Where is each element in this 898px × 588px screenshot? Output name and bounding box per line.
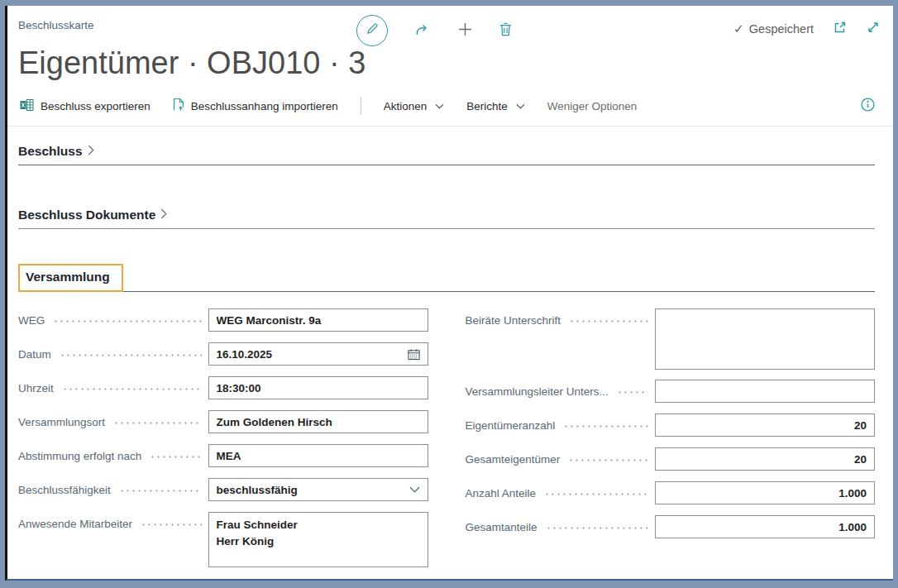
field-anzahl-anteile: Anzahl Anteile 1.000: [466, 481, 876, 504]
page-caption: Beschlusskarte: [18, 19, 94, 31]
anzahl-anteile-input[interactable]: 1.000: [655, 481, 875, 504]
abstimmung-input[interactable]: MEA: [208, 444, 428, 467]
new-button[interactable]: [458, 22, 472, 40]
gesamteigentuemer-label: Gesamteigentümer: [466, 452, 561, 466]
expand-icon: [867, 21, 880, 37]
dotted-leader: [60, 347, 202, 361]
pencil-icon: [365, 22, 379, 39]
dotted-leader: [569, 313, 648, 327]
gesamtanteile-input[interactable]: 1.000: [655, 515, 875, 538]
export-beschluss-label: Beschluss exportieren: [41, 100, 150, 112]
field-abstimmung: Abstimmung erfolgt nach MEA: [18, 444, 428, 467]
dotted-leader: [141, 517, 201, 531]
export-beschluss-button[interactable]: Beschluss exportieren: [20, 98, 150, 114]
page-content: Beschluss Beschluss Dokumente Versammlun…: [7, 144, 893, 578]
field-versammlungsleiter-unterschrift: Versammlungsleiter Unters...: [466, 380, 876, 403]
system-actions: [356, 15, 512, 46]
field-beiraete-unterschrift: Beiräte Unterschrift: [466, 308, 876, 370]
chevron-down-icon: [435, 103, 444, 109]
versammlung-form: WEG WEG Marconistr. 9a Datum 16.10.2025: [18, 308, 875, 578]
expand-button[interactable]: [867, 21, 880, 37]
excel-export-icon: [20, 98, 34, 114]
field-beschlussfaehigkeit: Beschlussfähigkeit beschlussfähig: [18, 478, 428, 501]
beschlusskarte-window: Beschlusskarte: [5, 6, 893, 581]
eigentuemeranzahl-label: Eigentümeranzahl: [466, 418, 556, 433]
trash-icon: [499, 22, 512, 40]
versammlungsleiter-input[interactable]: [655, 380, 875, 403]
dotted-leader: [150, 449, 201, 463]
datum-label: Datum: [18, 347, 51, 361]
beiraete-unterschrift-textarea[interactable]: [655, 308, 875, 370]
dotted-leader: [617, 385, 648, 399]
share-button[interactable]: [415, 22, 431, 40]
uhrzeit-label: Uhrzeit: [18, 381, 54, 395]
checkmark-icon: ✓: [733, 22, 744, 36]
action-separator: [361, 97, 361, 115]
dotted-leader: [563, 418, 648, 433]
anzahl-anteile-label: Anzahl Anteile: [466, 486, 537, 500]
dotted-leader: [119, 483, 202, 497]
popout-icon: [834, 21, 847, 37]
field-gesamtanteile: Gesamtanteile 1.000: [466, 515, 876, 538]
field-anwesende-mitarbeiter: Anwesende Mitarbeiter Frau Schneider Her…: [18, 512, 428, 567]
saved-label: Gespeichert: [749, 22, 814, 36]
berichte-menu[interactable]: Berichte: [466, 100, 525, 112]
form-right-column: Beiräte Unterschrift Versammlungsleiter …: [466, 308, 876, 578]
section-beschluss-label: Beschluss: [18, 144, 83, 159]
field-gesamteigentuemer: Gesamteigentümer 20: [466, 447, 876, 471]
form-left-column: WEG WEG Marconistr. 9a Datum 16.10.2025: [18, 308, 428, 578]
dotted-leader: [113, 415, 201, 429]
window-controls: ✓ Gespeichert: [733, 21, 880, 37]
import-anhang-button[interactable]: Beschlussanhang importieren: [173, 98, 338, 114]
aktionen-menu[interactable]: Aktionen: [384, 100, 445, 112]
beschlussfaehigkeit-select[interactable]: beschlussfähig: [208, 478, 428, 501]
calendar-icon[interactable]: [408, 348, 420, 361]
document-import-icon: [173, 98, 184, 114]
field-uhrzeit: Uhrzeit 18:30:00: [18, 376, 428, 399]
plus-icon: [458, 22, 472, 40]
dotted-leader: [53, 313, 201, 327]
dotted-leader: [546, 520, 648, 534]
action-bar: Beschluss exportieren Beschlussanhang im…: [7, 89, 893, 127]
anwesende-mitarbeiter-textarea[interactable]: Frau Schneider Herr König: [208, 512, 428, 567]
delete-button[interactable]: [499, 22, 512, 40]
weg-label: WEG: [18, 313, 45, 327]
uhrzeit-input[interactable]: 18:30:00: [208, 376, 428, 399]
beschlussfaehigkeit-label: Beschlussfähigkeit: [18, 483, 111, 497]
field-weg: WEG WEG Marconistr. 9a: [18, 308, 428, 332]
section-beschluss[interactable]: Beschluss: [18, 144, 875, 165]
top-bar: Beschlusskarte: [7, 6, 893, 42]
edit-button[interactable]: [356, 15, 388, 46]
eigentuemeranzahl-input[interactable]: 20: [655, 414, 875, 437]
aktionen-label: Aktionen: [384, 100, 428, 112]
chevron-down-icon[interactable]: [409, 486, 420, 493]
section-beschluss-dokumente[interactable]: Beschluss Dokumente: [18, 208, 875, 229]
anwesende-mitarbeiter-label: Anwesende Mitarbeiter: [18, 517, 132, 531]
abstimmung-label: Abstimmung erfolgt nach: [18, 449, 141, 463]
weniger-optionen-button[interactable]: Weniger Optionen: [547, 100, 638, 112]
weg-input[interactable]: WEG Marconistr. 9a: [208, 308, 428, 332]
versammlungsort-label: Versammlungsort: [18, 415, 105, 429]
info-icon: [861, 98, 875, 114]
berichte-label: Berichte: [466, 100, 508, 112]
open-in-new-window-button[interactable]: [834, 21, 847, 37]
import-anhang-label: Beschlussanhang importieren: [191, 100, 338, 112]
datum-input[interactable]: 16.10.2025: [208, 342, 428, 366]
field-versammlungsort: Versammlungsort Zum Goldenen Hirsch: [18, 410, 428, 433]
share-icon: [415, 22, 431, 40]
dotted-leader: [544, 486, 648, 500]
gesamteigentuemer-input[interactable]: 20: [655, 447, 875, 471]
gesamtanteile-label: Gesamtanteile: [466, 520, 537, 534]
info-button[interactable]: [861, 98, 875, 114]
chevron-down-icon: [516, 103, 525, 109]
versammlungsleiter-label: Versammlungsleiter Unters...: [466, 385, 609, 399]
section-versammlung[interactable]: Versammlung: [18, 264, 875, 292]
section-dokumente-label: Beschluss Dokumente: [18, 208, 155, 222]
chevron-right-icon: [88, 144, 94, 159]
chevron-right-icon: [160, 208, 167, 222]
versammlung-focus-box[interactable]: Versammlung: [18, 264, 123, 292]
dotted-leader: [568, 452, 648, 466]
versammlungsort-input[interactable]: Zum Goldenen Hirsch: [208, 410, 428, 433]
beiraete-unterschrift-label: Beiräte Unterschrift: [466, 313, 561, 327]
field-datum: Datum 16.10.2025: [18, 342, 428, 366]
